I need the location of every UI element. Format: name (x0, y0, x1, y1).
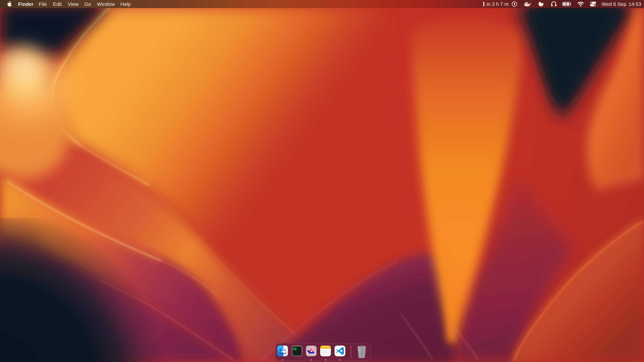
svg-text:$: $ (293, 347, 295, 351)
